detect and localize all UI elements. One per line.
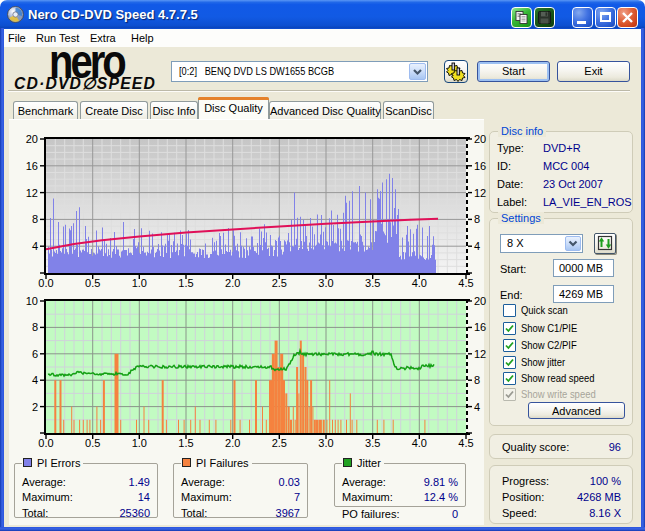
svg-text:4: 4	[474, 401, 480, 413]
svg-text:0.0: 0.0	[38, 277, 53, 289]
svg-text:1.5: 1.5	[178, 437, 193, 449]
svg-text:12: 12	[474, 348, 486, 360]
svg-text:20: 20	[26, 133, 38, 145]
svg-text:4: 4	[474, 240, 480, 252]
svg-text:3.5: 3.5	[365, 277, 380, 289]
svg-text:8: 8	[474, 213, 480, 225]
svg-text:0.5: 0.5	[85, 277, 100, 289]
svg-text:4.0: 4.0	[412, 277, 427, 289]
svg-text:12: 12	[26, 187, 38, 199]
svg-text:4.5: 4.5	[458, 277, 473, 289]
svg-text:8: 8	[474, 374, 480, 386]
svg-text:2.5: 2.5	[272, 437, 287, 449]
svg-text:4: 4	[32, 240, 38, 252]
svg-text:10: 10	[26, 295, 38, 307]
svg-text:2.0: 2.0	[225, 437, 240, 449]
svg-text:20: 20	[474, 295, 486, 307]
svg-text:3.5: 3.5	[365, 437, 380, 449]
svg-text:8: 8	[32, 321, 38, 333]
svg-text:1.0: 1.0	[132, 277, 147, 289]
svg-text:4.0: 4.0	[412, 437, 427, 449]
svg-text:2.0: 2.0	[225, 277, 240, 289]
svg-text:6: 6	[32, 348, 38, 360]
svg-text:1.0: 1.0	[132, 437, 147, 449]
svg-text:16: 16	[26, 160, 38, 172]
svg-text:0.5: 0.5	[85, 437, 100, 449]
svg-text:12: 12	[474, 187, 486, 199]
svg-text:0.0: 0.0	[38, 437, 53, 449]
svg-text:2: 2	[32, 401, 38, 413]
svg-text:4.5: 4.5	[458, 437, 473, 449]
svg-text:3.0: 3.0	[318, 277, 333, 289]
svg-text:3.0: 3.0	[318, 437, 333, 449]
svg-text:8: 8	[32, 213, 38, 225]
svg-text:16: 16	[474, 321, 486, 333]
svg-text:20: 20	[474, 133, 486, 145]
svg-text:2.5: 2.5	[272, 277, 287, 289]
svg-text:4: 4	[32, 374, 38, 386]
svg-text:1.5: 1.5	[178, 277, 193, 289]
svg-text:16: 16	[474, 160, 486, 172]
